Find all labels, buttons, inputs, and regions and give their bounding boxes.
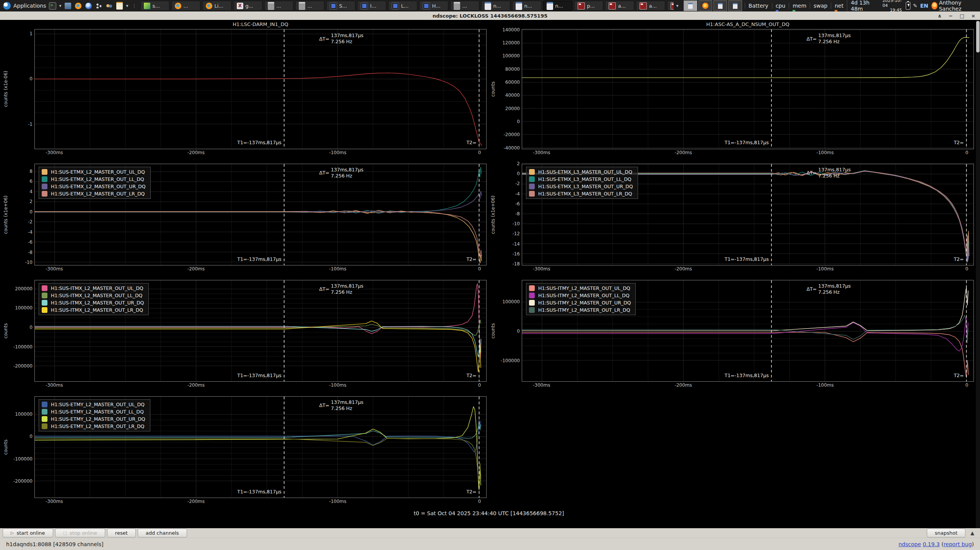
taskbar-item[interactable]: n... <box>543 1 572 11</box>
chevron-down-icon[interactable]: ▾ <box>126 3 129 8</box>
window-preview-button[interactable] <box>698 0 712 11</box>
taskbar-item[interactable]: p... <box>574 1 603 11</box>
monitor-icon <box>423 2 430 10</box>
indicator-mem[interactable]: mem <box>789 3 810 9</box>
x-tick-label: -100ms <box>329 382 346 388</box>
user-avatar[interactable] <box>931 2 938 10</box>
plot-canvas[interactable]: ΔT=137ms,817µs7.256 HzT1=-137ms,817µsT2= <box>522 29 974 149</box>
plot-canvas[interactable]: H1:SUS-ETMX_L2_MASTER_OUT_UL_DQH1:SUS-ET… <box>34 164 487 265</box>
plot-canvas[interactable]: H1:SUS-ITMX_L2_MASTER_OUT_UL_DQH1:SUS-IT… <box>34 280 487 382</box>
legend-row: H1:SUS-ITMY_L2_MASTER_OUT_LR_DQ <box>529 307 631 313</box>
legend-row: H1:SUS-ETMX_L2_MASTER_OUT_LL_DQ <box>42 176 146 182</box>
snapshot-menu-triangle-icon[interactable]: ▲ <box>967 530 977 536</box>
contacts-launcher[interactable] <box>106 2 113 10</box>
x-tick-label: -200ms <box>187 266 205 272</box>
legend-swatch <box>42 409 47 415</box>
y-tick-label: -8 <box>515 211 520 216</box>
legend-swatch <box>529 191 535 197</box>
taskbar-item[interactable]: ... <box>450 1 479 11</box>
legend-label: H1:SUS-ETMX_L2_MASTER_OUT_LL_DQ <box>51 176 144 182</box>
indicator-cpu[interactable]: cpu <box>772 3 789 9</box>
legend-label: H1:SUS-ETMX_L3_MASTER_OUT_UL_DQ <box>538 169 632 175</box>
xterm-icon <box>237 3 243 9</box>
taskbar-item[interactable]: I... <box>357 1 386 11</box>
taskbar-item[interactable]: ... <box>264 1 293 11</box>
taskbar-item[interactable]: a... <box>605 1 634 11</box>
delta-t-freq: 7.256 Hz <box>331 289 363 295</box>
taskbar-item[interactable]: H... <box>419 1 448 11</box>
window-preview-button[interactable] <box>684 0 697 11</box>
reset-button[interactable]: reset <box>107 529 136 537</box>
start-online-label: start online <box>16 530 45 536</box>
user-name[interactable]: Anthony Sanchez <box>939 0 977 12</box>
applications-menu-icon[interactable] <box>3 2 11 10</box>
snapshot-button[interactable]: snapshot <box>927 529 965 537</box>
server-status: h1daqnds1:8088 [428509 channels] <box>6 541 103 547</box>
window-preview-button[interactable] <box>713 0 727 11</box>
battery-icon[interactable] <box>906 2 910 10</box>
stop-online-button[interactable]: □ stop online <box>55 529 105 537</box>
keyboard-layout[interactable]: EN <box>918 3 930 9</box>
y-tick-label: 0 <box>29 325 33 330</box>
desktop: Applications ▾ ▾ ⋮ s......Li...g........… <box>0 0 980 550</box>
taskbar-item[interactable]: S... <box>326 1 355 11</box>
x-tick-label: 0 <box>965 150 969 155</box>
taskbar-item[interactable]: g... <box>233 1 262 11</box>
taskbar-item[interactable]: s... <box>140 1 169 11</box>
indicator-battery[interactable]: Battery <box>745 3 772 9</box>
version-link[interactable]: 0.19.3 <box>923 541 940 547</box>
notes-launcher[interactable] <box>116 2 124 10</box>
clock[interactable]: 2025-10-04 19:45 <box>880 0 904 13</box>
window-titlebar[interactable]: ndscope: LOCKLOSS 1443656698.575195 ∧ − … <box>0 11 980 20</box>
taskbar-item[interactable]: n... <box>481 1 510 11</box>
applications-menu[interactable]: Applications <box>13 3 46 9</box>
scrollbar[interactable] <box>976 20 980 528</box>
plot-canvas[interactable]: H1:SUS-ETMY_L2_MASTER_OUT_UL_DQH1:SUS-ET… <box>34 396 487 498</box>
scrollbar-thumb[interactable] <box>976 21 980 52</box>
plot-canvas[interactable]: H1:SUS-ETMX_L3_MASTER_OUT_UL_DQH1:SUS-ET… <box>522 164 974 265</box>
add-channels-button[interactable]: add channels <box>138 529 187 537</box>
taskbar-item[interactable]: ... <box>171 1 200 11</box>
taskbar-item[interactable]: n... <box>512 1 541 11</box>
indicator-net[interactable]: net <box>831 3 847 9</box>
terminal-launcher[interactable] <box>49 2 57 10</box>
legend-row: H1:SUS-ETMX_L3_MASTER_OUT_LR_DQ <box>529 191 633 197</box>
legend-label: H1:SUS-ETMX_L3_MASTER_OUT_UR_DQ <box>538 184 633 189</box>
taskbar-item[interactable]: ... <box>295 1 324 11</box>
pencil-icon[interactable]: ✎ <box>912 3 919 9</box>
firefox-launcher[interactable] <box>75 2 82 10</box>
browser-launcher[interactable] <box>85 2 93 10</box>
shade-button[interactable]: ∧ <box>938 13 942 19</box>
globe-icon <box>85 3 92 9</box>
close-button[interactable]: × <box>971 13 975 19</box>
legend-swatch <box>42 169 47 175</box>
share-launcher[interactable] <box>95 2 103 10</box>
t1-cursor-label: T1=-137ms,817µs <box>724 256 771 262</box>
file-manager-launcher[interactable] <box>64 2 72 10</box>
taskbar-item[interactable]: /... <box>667 1 674 11</box>
x-tick-label: -100ms <box>329 266 346 272</box>
firefox-icon <box>702 3 708 9</box>
window-preview-button[interactable] <box>728 0 742 11</box>
maximize-button[interactable]: □ <box>960 13 964 19</box>
indicator-swap[interactable]: swap <box>810 3 831 9</box>
taskbar-item[interactable]: a... <box>636 1 665 11</box>
legend-swatch <box>529 293 535 298</box>
chevron-down-icon[interactable]: ▾ <box>59 3 62 8</box>
y-tick-label: -40000 <box>503 145 520 151</box>
taskbar-overflow-chevron-icon[interactable]: ▾ <box>676 3 679 8</box>
minimize-button[interactable]: − <box>949 13 953 19</box>
taskbar: s......Li...g.........S...I...L...H.....… <box>140 1 674 11</box>
taskbar-item[interactable]: L... <box>388 1 417 11</box>
delta-t-time: 137ms,817µs <box>818 167 851 173</box>
legend-row: H1:SUS-ETMX_L2_MASTER_OUT_LR_DQ <box>42 191 146 197</box>
taskbar-item[interactable]: Li... <box>202 1 231 11</box>
plot-canvas[interactable]: H1:SUS-ITMY_L2_MASTER_OUT_UL_DQH1:SUS-IT… <box>522 280 974 382</box>
ndscope-link[interactable]: ndscope <box>899 541 921 547</box>
report-bug-link[interactable]: report bug <box>944 541 972 547</box>
plot-cell: counts (x1e+06) 20-2-4-6-8-10-12-14-16-1… <box>489 156 976 272</box>
legend-label: H1:SUS-ETMY_L2_MASTER_OUT_LL_DQ <box>51 409 144 415</box>
plot-canvas[interactable]: ΔT=137ms,817µs7.256 HzT1=-137ms,817µsT2= <box>34 29 487 149</box>
series-line <box>35 438 481 484</box>
start-online-button[interactable]: ▷ start online <box>3 529 53 537</box>
